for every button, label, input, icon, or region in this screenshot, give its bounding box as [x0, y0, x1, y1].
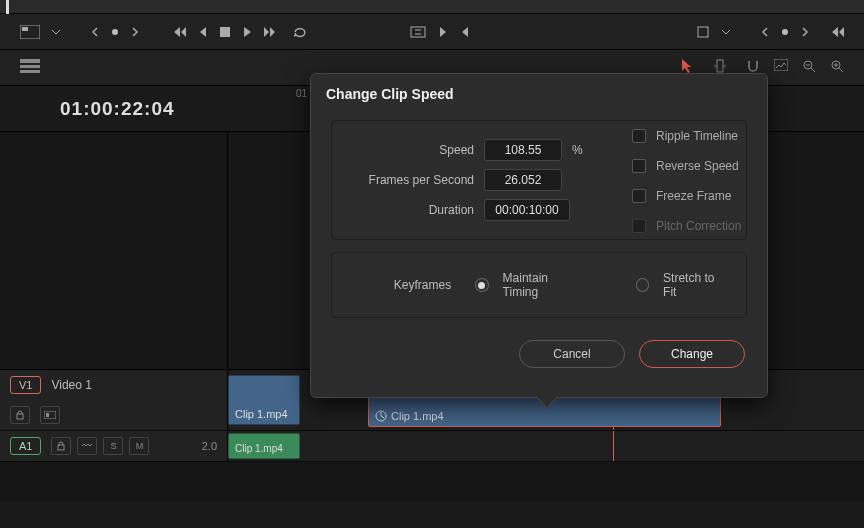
pitch-correction-checkbox — [632, 219, 646, 233]
view-mode-dropdown-icon[interactable] — [52, 28, 60, 36]
video-clip-1[interactable]: Clip 1.mp4 — [228, 375, 300, 425]
svg-rect-2 — [220, 27, 230, 37]
dialog-title: Change Clip Speed — [311, 74, 767, 114]
svg-rect-7 — [20, 70, 40, 73]
viewer-ruler — [0, 0, 864, 14]
step-back-icon[interactable] — [198, 26, 208, 38]
clip-label: Clip 1.mp4 — [391, 410, 444, 422]
svg-rect-3 — [411, 27, 425, 37]
prev-edit-icon[interactable] — [460, 26, 470, 38]
skip-end-icon[interactable] — [264, 26, 280, 38]
audio-track-badge[interactable]: A1 — [10, 437, 41, 455]
thumbnail-icon[interactable] — [774, 59, 788, 76]
marker-dot-2-icon — [782, 29, 788, 35]
speed-input[interactable] — [484, 139, 562, 161]
reverse-speed-label: Reverse Speed — [656, 159, 739, 173]
solo-button[interactable]: S — [103, 437, 123, 455]
play-icon[interactable] — [242, 26, 252, 38]
zoom-out-icon[interactable] — [802, 59, 816, 76]
ripple-timeline-label: Ripple Timeline — [656, 129, 738, 143]
clip-label: Clip 1.mp4 — [235, 443, 283, 454]
svg-rect-17 — [17, 414, 23, 419]
video-track-name: Video 1 — [51, 378, 91, 392]
timeline-playhead-audio[interactable] — [613, 431, 614, 461]
view-mode-icon[interactable] — [20, 25, 40, 39]
lock-audio-icon[interactable] — [51, 437, 71, 455]
audio-clip-1[interactable]: Clip 1.mp4 — [228, 433, 300, 459]
freeze-frame-label: Freeze Frame — [656, 189, 731, 203]
svg-rect-19 — [46, 413, 49, 417]
change-button[interactable]: Change — [639, 340, 745, 368]
svg-rect-18 — [44, 411, 56, 419]
zoom-in-icon[interactable] — [830, 59, 844, 76]
mute-button[interactable]: M — [129, 437, 149, 455]
svg-rect-4 — [698, 27, 708, 37]
crop-dropdown-icon[interactable] — [722, 28, 730, 36]
audio-channels: 2.0 — [202, 440, 217, 452]
next-marker-2-icon[interactable] — [800, 26, 810, 38]
track-spacer — [0, 462, 864, 502]
speed-label: Speed — [350, 143, 484, 157]
fps-label: Frames per Second — [350, 173, 484, 187]
stretch-to-fit-label: Stretch to Fit — [663, 271, 728, 299]
audio-track-1: A1 S M 2.0 Clip 1.mp4 — [0, 431, 864, 462]
lock-track-icon[interactable] — [10, 406, 30, 424]
ripple-timeline-checkbox[interactable] — [632, 129, 646, 143]
match-frame-icon[interactable] — [410, 26, 426, 38]
clip-label: Clip 1.mp4 — [235, 408, 288, 420]
next-edit-icon[interactable] — [438, 26, 448, 38]
ruler-label: 01 — [296, 88, 307, 99]
keyframes-group: Keyframes Maintain Timing Stretch to Fit — [331, 252, 747, 318]
svg-rect-1 — [22, 27, 28, 31]
viewer-playhead[interactable] — [6, 0, 9, 14]
stretch-to-fit-radio[interactable] — [636, 278, 649, 292]
cancel-button[interactable]: Cancel — [519, 340, 625, 368]
svg-rect-6 — [20, 65, 40, 68]
maintain-timing-radio[interactable] — [475, 278, 488, 292]
svg-rect-5 — [20, 59, 40, 63]
duration-input[interactable] — [484, 199, 570, 221]
auto-select-audio-icon[interactable] — [77, 437, 97, 455]
fps-input[interactable] — [484, 169, 562, 191]
svg-line-14 — [839, 68, 843, 72]
keyframes-label: Keyframes — [350, 278, 461, 292]
stop-icon[interactable] — [220, 27, 230, 37]
speed-icon — [375, 410, 387, 422]
skip-start-icon[interactable] — [170, 26, 186, 38]
freeze-frame-checkbox[interactable] — [632, 189, 646, 203]
maintain-timing-label: Maintain Timing — [503, 271, 583, 299]
loop-icon[interactable] — [292, 26, 310, 38]
crop-icon[interactable] — [696, 25, 710, 39]
change-clip-speed-dialog: Change Clip Speed Speed % Frames per Sec… — [310, 73, 768, 398]
duration-label: Duration — [350, 203, 484, 217]
prev-marker-icon[interactable] — [90, 26, 100, 38]
svg-rect-8 — [717, 60, 723, 72]
marker-dot-icon — [112, 29, 118, 35]
svg-rect-21 — [58, 445, 64, 450]
current-timecode[interactable]: 01:00:22:04 — [60, 98, 228, 120]
next-marker-icon[interactable] — [130, 26, 140, 38]
transport-bar — [0, 14, 864, 50]
pitch-correction-label: Pitch Correction — [656, 219, 741, 233]
speed-settings-group: Speed % Frames per Second Duration Rippl… — [331, 120, 747, 240]
prev-marker-2-icon[interactable] — [760, 26, 770, 38]
svg-line-11 — [811, 68, 815, 72]
auto-select-icon[interactable] — [40, 406, 60, 424]
reverse-speed-checkbox[interactable] — [632, 159, 646, 173]
timeline-view-icon[interactable] — [20, 59, 40, 76]
skip-start-2-icon[interactable] — [828, 26, 844, 38]
video-track-badge[interactable]: V1 — [10, 376, 41, 394]
speed-unit: % — [572, 143, 583, 157]
